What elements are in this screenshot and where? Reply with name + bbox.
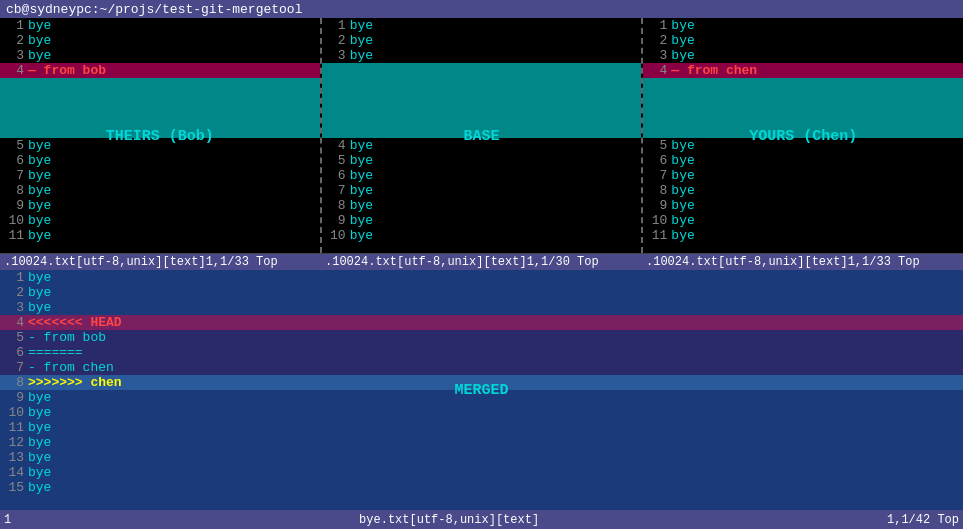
merged-line: 12bye [0,435,963,450]
line: 6bye [322,168,642,183]
base-lines: 1bye2bye3bye4bye5bye6bye7bye8bye9bye10by… [322,18,642,243]
status-base: .10024.txt[utf-8,unix][text]1,1/30 Top [321,255,642,269]
line [322,78,642,93]
line: 10bye [0,213,320,228]
line: 9bye [0,198,320,213]
line: 9bye [643,198,963,213]
line: 11bye [643,228,963,243]
line: 8bye [0,183,320,198]
line: 5bye [0,138,320,153]
line: 3bye [322,48,642,63]
line: 10bye [643,213,963,228]
line [0,78,320,93]
merged-line: 11bye [0,420,963,435]
line [643,78,963,93]
line: 7bye [643,168,963,183]
line [322,93,642,108]
status-yours: .10024.txt[utf-8,unix][text]1,1/33 Top [642,255,963,269]
merged-line: 15bye [0,480,963,495]
line: 2bye [322,33,642,48]
status-bar-top: .10024.txt[utf-8,unix][text]1,1/33 Top .… [0,254,963,270]
status-yours-text: .10024.txt[utf-8,unix][text]1,1/33 Top [646,255,920,269]
line: 4— from bob [0,63,320,78]
merged-line: 13bye [0,450,963,465]
line [0,108,320,123]
line: 3bye [643,48,963,63]
line: 2bye [0,33,320,48]
theirs-pane: 1bye2bye3bye4— from bob5bye6bye7bye8bye9… [0,18,322,253]
line: 5bye [643,138,963,153]
merged-line: 2bye [0,285,963,300]
status-bottom-left: 1 [4,513,11,527]
merged-line: 3bye [0,300,963,315]
merged-pane: 1bye2bye3bye4<<<<<<< HEAD5- from bob6===… [0,270,963,510]
line: 8bye [643,183,963,198]
three-pane-container: 1bye2bye3bye4— from bob5bye6bye7bye8bye9… [0,18,963,254]
line: 7bye [322,183,642,198]
title-text: cb@sydneypc:~/projs/test-git-mergetool [6,2,302,17]
merged-line: 10bye [0,405,963,420]
line: 4— from chen [643,63,963,78]
merged-line: 6======= [0,345,963,360]
merged-line: 5- from bob [0,330,963,345]
line: 11bye [0,228,320,243]
line: 2bye [643,33,963,48]
line: 9bye [322,213,642,228]
line: 3bye [0,48,320,63]
line [643,93,963,108]
line [322,123,642,138]
line: 7bye [0,168,320,183]
line [643,108,963,123]
merged-line: 8>>>>>>> chen [0,375,963,390]
line: 6bye [643,153,963,168]
yours-pane: 1bye2bye3bye4— from chen5bye6bye7bye8bye… [643,18,963,253]
line: 1bye [0,18,320,33]
line [0,123,320,138]
status-bottom-middle: bye.txt[utf-8,unix][text] [11,513,887,527]
base-pane: 1bye2bye3bye4bye5bye6bye7bye8bye9bye10by… [322,18,644,253]
line [643,123,963,138]
merged-line: 14bye [0,465,963,480]
line: 5bye [322,153,642,168]
status-base-text: .10024.txt[utf-8,unix][text]1,1/30 Top [325,255,599,269]
merged-line: 1bye [0,270,963,285]
merged-line: 4<<<<<<< HEAD [0,315,963,330]
line: 8bye [322,198,642,213]
yours-lines: 1bye2bye3bye4— from chen5bye6bye7bye8bye… [643,18,963,243]
line: 4bye [322,138,642,153]
merged-lines: 1bye2bye3bye4<<<<<<< HEAD5- from bob6===… [0,270,963,495]
status-bar-bottom: 1 bye.txt[utf-8,unix][text] 1,1/42 Top [0,510,963,529]
line: 10bye [322,228,642,243]
theirs-lines: 1bye2bye3bye4— from bob5bye6bye7bye8bye9… [0,18,320,243]
status-theirs: .10024.txt[utf-8,unix][text]1,1/33 Top [0,255,321,269]
line [0,93,320,108]
merged-line: 9bye [0,390,963,405]
line: 1bye [322,18,642,33]
status-bottom-right: 1,1/42 Top [887,513,959,527]
merged-line: 7- from chen [0,360,963,375]
line: 6bye [0,153,320,168]
line: 1bye [643,18,963,33]
line [322,108,642,123]
status-theirs-text: .10024.txt[utf-8,unix][text]1,1/33 Top [4,255,278,269]
title-bar: cb@sydneypc:~/projs/test-git-mergetool [0,0,963,18]
line [322,63,642,78]
